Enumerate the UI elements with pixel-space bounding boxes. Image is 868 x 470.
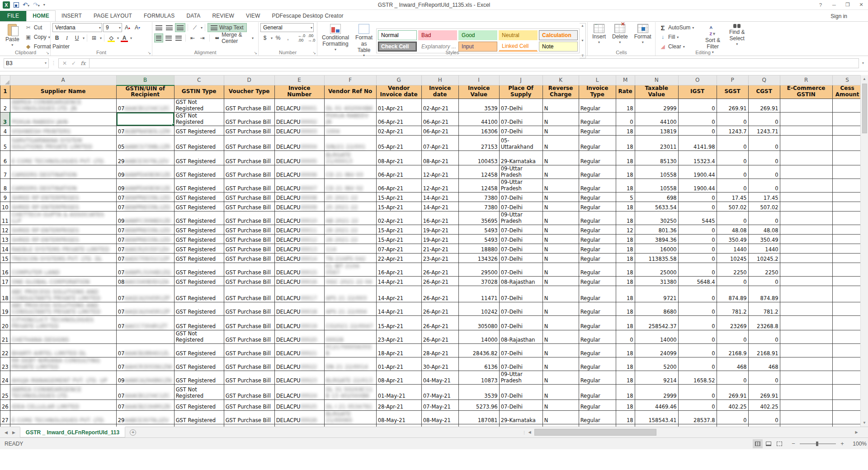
cell-invoice-type[interactable]: Regular: [579, 330, 616, 344]
cell-cgst[interactable]: 2168.91: [748, 344, 780, 357]
cell-place-of-supply[interactable]: 07-Delhi: [499, 202, 542, 212]
cell-reverse-charge[interactable]: N: [542, 165, 579, 179]
cell-cess-amount[interactable]: [832, 212, 862, 225]
column-header-d[interactable]: D: [224, 75, 274, 85]
cell-place-of-supply[interactable]: 29-Karnataka: [499, 411, 542, 424]
cell-cgst[interactable]: 507.02: [748, 202, 780, 212]
cell-gstin-type[interactable]: GST Registered: [174, 277, 224, 286]
cell-invoice-type[interactable]: Regular: [579, 254, 616, 263]
cell-gstin-type[interactable]: GST Registered: [174, 179, 224, 193]
cell-invoice-type[interactable]: Regular: [579, 193, 616, 202]
cell-voucher-type[interactable]: GST Purchase Bill: [224, 411, 274, 424]
cell-place-of-supply[interactable]: 07-Delhi: [499, 385, 542, 400]
cell-igst[interactable]: 4141.98: [678, 136, 717, 151]
cell-voucher-type[interactable]: GST Purchase Bill: [224, 263, 274, 277]
cell-gstin[interactable]: 09AAWFC3098D1ZE: [116, 212, 174, 225]
column-header-m[interactable]: M: [616, 75, 635, 85]
field-header-q[interactable]: CGST: [748, 85, 780, 99]
cell-sgst[interactable]: 507.02: [717, 202, 748, 212]
cell-rate[interactable]: 18: [616, 371, 635, 385]
cell-ecommerce-gstin[interactable]: [780, 371, 832, 385]
field-header-j[interactable]: Place Of Supply: [499, 85, 542, 99]
cell-voucher-type[interactable]: GST Purchase Bill: [224, 151, 274, 165]
save-icon[interactable]: [14, 2, 19, 8]
cell-voucher-type[interactable]: GST Purchase Bill: [224, 136, 274, 151]
cell-invoice-type[interactable]: Regular: [579, 113, 616, 126]
cell-supplier-name[interactable]: TRESCON SYSTEMS PVT. LTD. DL: [10, 254, 116, 263]
cell-invoice-value[interactable]: 187081: [458, 411, 499, 424]
cell-ecommerce-gstin[interactable]: [780, 344, 832, 357]
cell-cess-amount[interactable]: [832, 235, 862, 244]
cell-voucher-type[interactable]: GST Purchase Bill: [224, 193, 274, 202]
field-header-b[interactable]: GSTIN/UIN of Recipient: [116, 85, 174, 99]
cell-invoice-number[interactable]: DELACPU00005: [274, 151, 324, 165]
cell-rate[interactable]: 18: [616, 357, 635, 371]
increase-decimal-button[interactable]: ←.0.00: [297, 33, 306, 42]
cell-gstin-type[interactable]: GST Registered: [174, 263, 224, 277]
cell-invoice-date[interactable]: 11-May-21: [421, 424, 458, 427]
cell-invoice-value[interactable]: 7380: [458, 202, 499, 212]
cell-invoice-date[interactable]: 26-Apr-21: [421, 302, 458, 316]
cell-rate[interactable]: 0: [616, 330, 635, 344]
cell-supplier-name[interactable]: CHETTECH GUPTA & ASSOCIATES LLP: [10, 212, 116, 225]
cell-supplier-name[interactable]: POXUA RABEEV JAIN: [10, 113, 116, 126]
cell-cess-amount[interactable]: [832, 126, 862, 136]
ribbon-tab-insert[interactable]: INSERT: [56, 11, 88, 21]
cell-voucher-type[interactable]: GST Purchase Bill: [224, 179, 274, 193]
cell-vendor-invoice-date[interactable]: 06-Apr-21: [376, 165, 421, 179]
cell-supplier-name[interactable]: JB AIR PART EXPRESS PVT. LTD. DL: [10, 424, 116, 427]
cell-invoice-number[interactable]: DELACPU00017: [274, 286, 324, 302]
cell-supplier-name[interactable]: CAREERS DESTINATION: [10, 179, 116, 193]
cell-ecommerce-gstin[interactable]: [780, 136, 832, 151]
cell-place-of-supply[interactable]: 07-Delhi: [499, 357, 542, 371]
column-header-i[interactable]: I: [458, 75, 499, 85]
cell-sgst[interactable]: 874.89: [717, 286, 748, 302]
cell-igst[interactable]: 0: [678, 424, 717, 427]
row-header-17[interactable]: 17: [0, 277, 10, 286]
cell-voucher-type[interactable]: GST Purchase Bill: [224, 99, 274, 113]
expand-formula-bar-icon[interactable]: ▾: [859, 61, 867, 65]
cell-cess-amount[interactable]: [832, 400, 862, 411]
cell-ecommerce-gstin[interactable]: [780, 126, 832, 136]
cell-gstin[interactable]: 08AAICO4083D1ZA: [116, 277, 174, 286]
cell-voucher-type[interactable]: GST Purchase Bill: [224, 277, 274, 286]
row-header-5[interactable]: 5: [0, 136, 10, 151]
number-dialog-launcher[interactable]: ↘: [312, 51, 316, 55]
cell-rate[interactable]: 18: [616, 344, 635, 357]
cell-voucher-type[interactable]: GST Purchase Bill: [224, 316, 274, 330]
cell-invoice-type[interactable]: Regular: [579, 212, 616, 225]
row-header-11[interactable]: 11: [0, 212, 10, 225]
cell-vendor-invoice-date[interactable]: 07-Apr-21: [376, 244, 421, 254]
field-header-c[interactable]: GSTIN Type: [174, 85, 224, 99]
cell-place-of-supply[interactable]: 08-Rajasthan: [499, 330, 542, 344]
cell-vendor-invoice-date[interactable]: 06-Apr-21: [376, 113, 421, 126]
cell-gstin[interactable]: 07AAACB2194M1ZK: [116, 400, 174, 411]
cell-voucher-type[interactable]: GST Purchase Bill: [224, 400, 274, 411]
cell-taxable-value[interactable]: 44100: [635, 113, 678, 126]
paste-button[interactable]: Paste▾: [3, 23, 22, 51]
gallery-down-icon[interactable]: ▼: [581, 39, 584, 42]
horizontal-scrollbar[interactable]: ◀ ▶: [526, 427, 860, 437]
ribbon-tab-formulas[interactable]: FORMULAS: [138, 11, 180, 21]
cell-gstin-type[interactable]: GST Registered: [174, 286, 224, 302]
cell-invoice-value[interactable]: 35695: [458, 212, 499, 225]
cell-supplier-name[interactable]: ABC PROCESS SOLUTIONS AND CONSULTANTS PR…: [10, 302, 116, 316]
cell-igst[interactable]: 0: [678, 302, 717, 316]
cell-rate[interactable]: 18: [616, 316, 635, 330]
cell-gstin[interactable]: 07AAICC7304R1ZT: [116, 316, 174, 330]
cell-ecommerce-gstin[interactable]: [780, 193, 832, 202]
cell-vendor-invoice-date[interactable]: 02-Apr-21: [376, 126, 421, 136]
number-format-select[interactable]: General▾: [260, 23, 314, 32]
cell-ecommerce-gstin[interactable]: [780, 151, 832, 165]
cell-reverse-charge[interactable]: N: [542, 126, 579, 136]
cell-sgst[interactable]: 23269: [717, 316, 748, 330]
cell-vendor-invoice-date[interactable]: 08-May-21: [376, 411, 421, 424]
scroll-up-icon[interactable]: ▲: [861, 75, 868, 83]
cell-reverse-charge[interactable]: N: [542, 99, 579, 113]
font-color-button[interactable]: A: [120, 33, 129, 42]
cell-invoice-number[interactable]: DELACPU00007: [274, 179, 324, 193]
cell-igst[interactable]: 0: [678, 126, 717, 136]
column-header-r[interactable]: R: [780, 75, 832, 85]
new-sheet-button[interactable]: +: [125, 427, 141, 437]
cell-voucher-type[interactable]: GST Purchase Bill: [224, 113, 274, 126]
